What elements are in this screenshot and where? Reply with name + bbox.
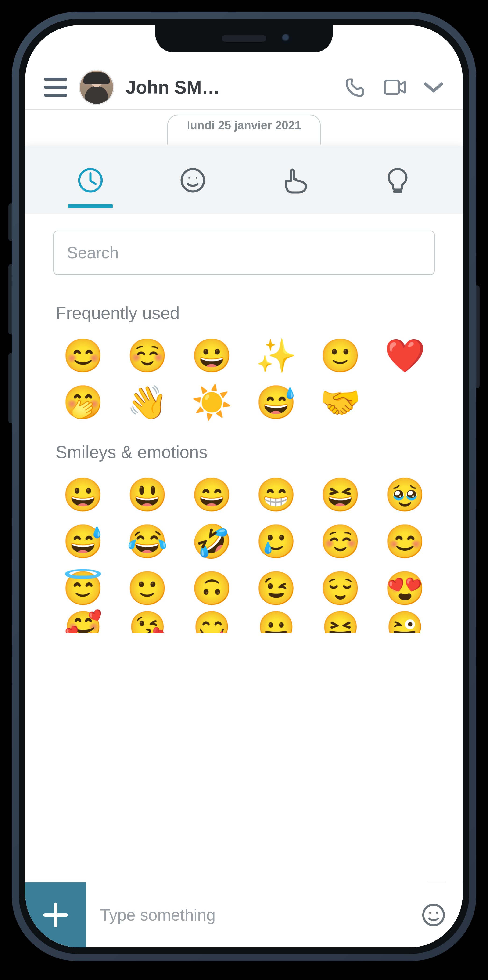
svg-rect-0 [385, 80, 399, 94]
avatar[interactable] [79, 70, 114, 105]
header-actions [343, 76, 444, 99]
date-label: lundi 25 janvier 2021 [167, 115, 320, 145]
emoji[interactable]: 👋 [120, 386, 175, 419]
add-button[interactable] [25, 883, 86, 948]
emoji[interactable]: 🤭 [56, 386, 111, 419]
call-icon[interactable] [343, 76, 367, 99]
tab-objects[interactable] [380, 166, 415, 194]
emoji[interactable]: 😝 [313, 612, 368, 633]
emoji[interactable]: 😍 [377, 572, 432, 605]
emoji[interactable]: 🥲 [249, 525, 304, 558]
emoji[interactable]: 😁 [249, 479, 304, 511]
emoji[interactable]: 🙂 [313, 339, 368, 372]
grid-smileys: 😀 😃 😄 😁 😆 🥹 😅 😂 🤣 🥲 ☺️ 😊 😇 🙂 [25, 471, 463, 609]
search-input[interactable] [53, 231, 435, 275]
menu-button[interactable] [44, 78, 67, 97]
emoji[interactable]: ☺️ [313, 525, 368, 558]
emoji[interactable]: 😋 [184, 612, 239, 633]
contact-name: John SM… [126, 77, 220, 98]
emoji[interactable]: 😌 [313, 572, 368, 605]
emoji[interactable]: 😊 [377, 525, 432, 558]
emoji[interactable]: 😃 [120, 479, 175, 511]
emoji[interactable]: 😉 [249, 572, 304, 605]
emoji[interactable]: ❤️ [377, 339, 432, 372]
svg-point-9 [436, 912, 438, 913]
emoji[interactable]: 😇 [56, 572, 111, 605]
grid-frequent: 😊 ☺️ 😀 ✨ 🙂 ❤️ 🤭 👋 ☀️ 😅 🤝 [25, 332, 463, 423]
message-input[interactable] [100, 906, 407, 924]
svg-point-8 [429, 912, 431, 913]
date-strip: lundi 25 janvier 2021 [25, 110, 463, 145]
emoji[interactable]: 😘 [120, 612, 175, 633]
emoji[interactable]: 🙃 [184, 572, 239, 605]
emoji[interactable]: 😛 [249, 612, 304, 633]
chevron-down-icon[interactable] [423, 80, 444, 94]
tab-gestures[interactable] [278, 166, 313, 194]
emoji[interactable]: 🥹 [377, 479, 432, 511]
svg-point-7 [423, 905, 444, 925]
emoji[interactable]: 😜 [377, 612, 432, 633]
emoji[interactable]: ✨ [249, 339, 304, 372]
emoji[interactable]: 🥰 [56, 612, 111, 633]
svg-point-3 [188, 177, 190, 179]
side-button [8, 264, 12, 334]
section-title-smileys: Smileys & emotions [25, 423, 463, 471]
emoji-picker: Frequently used 😊 ☺️ 😀 ✨ 🙂 ❤️ 🤭 👋 ☀️ 😅 🤝 [25, 146, 463, 882]
emoji[interactable]: 🙂 [120, 572, 175, 605]
emoji[interactable]: 🤣 [184, 525, 239, 558]
video-icon[interactable] [383, 76, 407, 99]
side-button [476, 285, 480, 388]
svg-point-2 [181, 169, 204, 191]
emoji-toggle-button[interactable] [421, 883, 463, 948]
emoji[interactable]: 😀 [184, 339, 239, 372]
side-button [8, 353, 12, 423]
emoji[interactable]: ☀️ [184, 386, 239, 419]
composer [25, 882, 463, 948]
screen: John SM… lundi 25 [25, 25, 463, 948]
emoji[interactable]: ☺️ [120, 339, 175, 372]
svg-point-4 [196, 177, 197, 179]
phone-frame: John SM… lundi 25 [12, 12, 476, 961]
side-button [8, 204, 12, 241]
tab-recent[interactable] [73, 166, 108, 194]
tab-smileys[interactable] [175, 166, 210, 194]
picker-tabs [25, 146, 463, 214]
emoji[interactable]: 😄 [184, 479, 239, 511]
emoji[interactable]: 😆 [313, 479, 368, 511]
section-title-frequent: Frequently used [25, 284, 463, 332]
message-input-wrap [86, 883, 421, 948]
emoji[interactable]: 😂 [120, 525, 175, 558]
emoji[interactable]: 😅 [56, 525, 111, 558]
chat-app: John SM… lundi 25 [25, 25, 463, 948]
emoji[interactable]: 😊 [56, 339, 111, 372]
grid-smileys-overflow: 🥰 😘 😋 😛 😝 😜 [25, 609, 463, 633]
emoji[interactable]: 😀 [56, 479, 111, 511]
notch [155, 25, 333, 52]
phone-bezel: John SM… lundi 25 [19, 19, 469, 954]
emoji[interactable]: 🤝 [313, 386, 368, 419]
emoji[interactable]: 😅 [249, 386, 304, 419]
search-wrap [25, 214, 463, 284]
